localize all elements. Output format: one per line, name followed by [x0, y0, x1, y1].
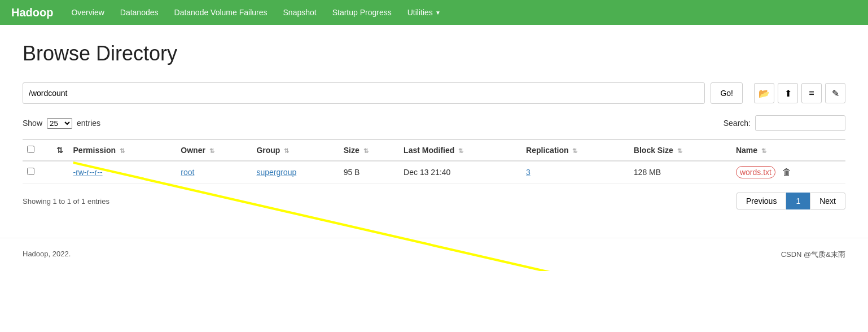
utilities-dropdown-arrow: ▼: [435, 10, 441, 16]
path-input[interactable]: [23, 82, 705, 104]
last-modified-sort-icon: ⇅: [458, 147, 463, 154]
navbar: Hadoop Overview Datanodes Datanode Volum…: [0, 0, 868, 25]
pagination-buttons: Previous 1 Next: [737, 193, 845, 209]
permission-sort-icon: ⇅: [120, 147, 125, 154]
icon-toolbar: 📂 ⬆ ≡ ✎: [754, 83, 845, 103]
row-group-cell: supergroup: [252, 161, 339, 184]
search-label: Search:: [724, 119, 751, 128]
row-checkbox[interactable]: [27, 168, 34, 175]
upload-icon-button[interactable]: ⬆: [778, 83, 798, 103]
row-owner-cell: root: [176, 161, 252, 184]
nav-datanodes[interactable]: Datanodes: [113, 3, 165, 21]
footer: Hadoop, 2022. CSDN @气质&末雨: [0, 238, 868, 271]
nav-datanode-volume-failures[interactable]: Datanode Volume Failures: [168, 3, 274, 21]
owner-link[interactable]: root: [181, 168, 194, 177]
file-name-link[interactable]: words.txt: [736, 166, 775, 178]
group-link[interactable]: supergroup: [256, 168, 296, 177]
footer-right: CSDN @气质&末雨: [781, 250, 845, 260]
name-sort-icon: ⇅: [761, 147, 766, 154]
select-all-checkbox[interactable]: [27, 146, 34, 153]
replication-sort-icon: ⇅: [572, 147, 577, 154]
row-last-modified-cell: Dec 13 21:40: [399, 161, 521, 184]
page-title: Browse Directory: [23, 42, 845, 65]
row-size-cell: 95 B: [339, 161, 399, 184]
permission-link[interactable]: -rw-r--r--: [73, 168, 103, 177]
row-actions-cell: [52, 161, 69, 184]
list-icon-button[interactable]: ≡: [801, 83, 822, 103]
data-table: ⇅ Permission ⇅ Owner ⇅ Group ⇅ Size: [23, 139, 845, 184]
col-checkbox: [23, 139, 52, 161]
table-row: -rw-r--r-- root supergroup 95 B Dec 13 2…: [23, 161, 845, 184]
row-name-cell: words.txt 🗑: [731, 161, 845, 184]
col-last-modified[interactable]: Last Modified ⇅: [399, 139, 521, 161]
footer-left: Hadoop, 2022.: [23, 250, 71, 260]
size-sort-icon: ⇅: [363, 147, 369, 154]
navbar-links: Overview Datanodes Datanode Volume Failu…: [64, 3, 447, 21]
entries-select[interactable]: 10 25 50 100: [47, 118, 72, 129]
table-container: ⇅ Permission ⇅ Owner ⇅ Group ⇅ Size: [23, 139, 845, 184]
entries-label: entries: [77, 119, 100, 128]
main-content: Browse Directory Go! 📂 ⬆ ≡ ✎ Show 10 25 …: [0, 25, 868, 226]
folder-icon-button[interactable]: 📂: [754, 83, 774, 103]
col-size[interactable]: Size ⇅: [339, 139, 399, 161]
col-name[interactable]: Name ⇅: [731, 139, 845, 161]
search-input[interactable]: [755, 115, 845, 131]
edit-icon-button[interactable]: ✎: [825, 83, 845, 103]
nav-snapshot[interactable]: Snapshot: [277, 3, 323, 21]
entries-search-container: Show 10 25 50 100 entries Search:: [23, 115, 845, 131]
delete-icon[interactable]: 🗑: [782, 167, 791, 177]
replication-link[interactable]: 3: [526, 168, 531, 177]
nav-overview[interactable]: Overview: [64, 3, 111, 21]
owner-sort-icon: ⇅: [209, 147, 214, 154]
row-checkbox-cell: [23, 161, 52, 184]
next-button[interactable]: Next: [810, 193, 845, 209]
entries-left: Show 10 25 50 100 entries: [23, 118, 100, 129]
navbar-brand: Hadoop: [11, 6, 53, 19]
table-header-row: ⇅ Permission ⇅ Owner ⇅ Group ⇅ Size: [23, 139, 845, 161]
block-size-sort-icon: ⇅: [677, 147, 682, 154]
col-permission[interactable]: Permission ⇅: [69, 139, 177, 161]
col-block-size[interactable]: Block Size ⇅: [629, 139, 731, 161]
nav-utilities[interactable]: Utilities ▼: [401, 3, 448, 21]
pagination-row: Showing 1 to 1 of 1 entries Previous 1 N…: [23, 193, 845, 209]
col-group[interactable]: Group ⇅: [252, 139, 339, 161]
go-button[interactable]: Go!: [711, 82, 743, 104]
path-row: Go! 📂 ⬆ ≡ ✎: [23, 82, 845, 104]
page-1-button[interactable]: 1: [786, 193, 810, 209]
col-owner[interactable]: Owner ⇅: [176, 139, 252, 161]
group-sort-icon: ⇅: [284, 147, 289, 154]
show-label: Show: [23, 119, 42, 128]
row-replication-cell: 3: [521, 161, 629, 184]
col-replication[interactable]: Replication ⇅: [521, 139, 629, 161]
nav-startup-progress[interactable]: Startup Progress: [326, 3, 398, 21]
previous-button[interactable]: Previous: [737, 193, 786, 209]
row-permission-cell: -rw-r--r--: [69, 161, 177, 184]
showing-text: Showing 1 to 1 of 1 entries: [23, 197, 109, 206]
col-sort-icon[interactable]: ⇅: [52, 139, 69, 161]
entries-right: Search:: [724, 115, 845, 131]
row-block-size-cell: 128 MB: [629, 161, 731, 184]
